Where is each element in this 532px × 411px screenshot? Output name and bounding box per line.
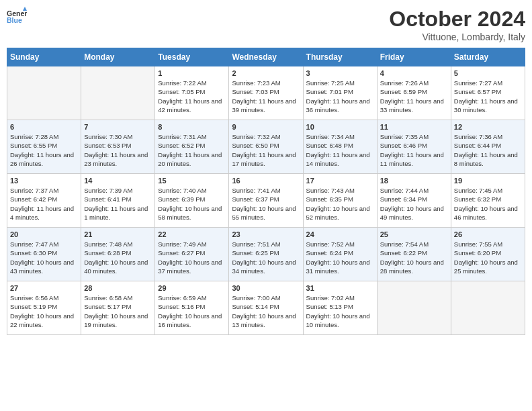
calendar-cell: 29Sunrise: 6:59 AMSunset: 5:16 PMDayligh…: [155, 281, 229, 335]
day-number: 27: [10, 284, 78, 292]
calendar-cell: 5Sunrise: 7:27 AMSunset: 6:57 PMDaylight…: [451, 66, 525, 120]
daylight: Daylight: 11 hours and 1 minute.: [84, 205, 148, 221]
calendar-cell: 27Sunrise: 6:56 AMSunset: 5:19 PMDayligh…: [7, 281, 81, 335]
day-number: 24: [306, 230, 374, 238]
sunset: Sunset: 6:24 PM: [306, 249, 353, 257]
sunset: Sunset: 6:57 PM: [454, 88, 501, 95]
day-info: Sunrise: 6:58 AMSunset: 5:17 PMDaylight:…: [84, 293, 152, 329]
daylight: Daylight: 10 hours and 13 minutes.: [232, 312, 296, 328]
calendar-cell: 31Sunrise: 7:02 AMSunset: 5:13 PMDayligh…: [303, 281, 377, 335]
calendar-week-row: 1Sunrise: 7:22 AMSunset: 7:05 PMDaylight…: [7, 66, 525, 120]
daylight: Daylight: 10 hours and 25 minutes.: [454, 259, 518, 275]
sunrise: Sunrise: 7:36 AM: [454, 133, 502, 140]
sunrise: Sunrise: 7:49 AM: [158, 240, 206, 248]
sunset: Sunset: 6:30 PM: [10, 249, 57, 257]
weekday-header: Tuesday: [155, 48, 229, 66]
calendar-cell: 10Sunrise: 7:34 AMSunset: 6:48 PMDayligh…: [303, 120, 377, 174]
calendar-cell: 11Sunrise: 7:35 AMSunset: 6:46 PMDayligh…: [377, 120, 451, 174]
day-info: Sunrise: 7:27 AMSunset: 6:57 PMDaylight:…: [454, 79, 522, 114]
calendar-table: SundayMondayTuesdayWednesdayThursdayFrid…: [7, 48, 525, 335]
day-number: 5: [454, 69, 522, 77]
sunrise: Sunrise: 7:26 AM: [380, 79, 429, 87]
day-number: 28: [84, 284, 152, 292]
daylight: Daylight: 10 hours and 46 minutes.: [454, 205, 518, 221]
day-number: 4: [380, 69, 448, 77]
day-number: 7: [84, 123, 152, 131]
daylight: Daylight: 10 hours and 34 minutes.: [232, 259, 296, 275]
sunset: Sunset: 6:48 PM: [306, 142, 353, 149]
daylight: Daylight: 11 hours and 20 minutes.: [158, 151, 222, 167]
day-info: Sunrise: 7:30 AMSunset: 6:53 PMDaylight:…: [84, 132, 152, 168]
calendar-cell: 4Sunrise: 7:26 AMSunset: 6:59 PMDaylight…: [377, 66, 451, 120]
calendar-cell: 13Sunrise: 7:37 AMSunset: 6:42 PMDayligh…: [7, 174, 81, 228]
calendar-cell: 12Sunrise: 7:36 AMSunset: 6:44 PMDayligh…: [451, 120, 525, 174]
sunrise: Sunrise: 7:41 AM: [232, 187, 280, 194]
day-info: Sunrise: 7:02 AMSunset: 5:13 PMDaylight:…: [306, 293, 374, 329]
daylight: Daylight: 10 hours and 16 minutes.: [158, 312, 222, 328]
calendar-cell: 2Sunrise: 7:23 AMSunset: 7:03 PMDaylight…: [229, 66, 303, 120]
daylight: Daylight: 10 hours and 40 minutes.: [84, 259, 148, 275]
sunset: Sunset: 6:46 PM: [380, 142, 427, 149]
sunset: Sunset: 6:35 PM: [306, 195, 353, 203]
day-info: Sunrise: 7:35 AMSunset: 6:46 PMDaylight:…: [380, 132, 448, 168]
day-info: Sunrise: 7:55 AMSunset: 6:20 PMDaylight:…: [454, 240, 522, 275]
sunset: Sunset: 5:13 PM: [306, 303, 353, 310]
day-number: 9: [232, 123, 300, 131]
day-number: 19: [454, 177, 522, 185]
logo-icon: General Blue: [7, 7, 27, 27]
daylight: Daylight: 11 hours and 30 minutes.: [454, 97, 518, 113]
day-number: 17: [306, 177, 374, 185]
weekday-header: Wednesday: [229, 48, 303, 66]
daylight: Daylight: 10 hours and 37 minutes.: [158, 259, 222, 275]
day-number: 26: [454, 230, 522, 238]
calendar-cell: 3Sunrise: 7:25 AMSunset: 7:01 PMDaylight…: [303, 66, 377, 120]
sunrise: Sunrise: 7:51 AM: [232, 240, 280, 248]
day-info: Sunrise: 7:22 AMSunset: 7:05 PMDaylight:…: [158, 79, 226, 114]
day-info: Sunrise: 7:43 AMSunset: 6:35 PMDaylight:…: [306, 186, 374, 222]
calendar-cell: 30Sunrise: 7:00 AMSunset: 5:14 PMDayligh…: [229, 281, 303, 335]
day-info: Sunrise: 7:39 AMSunset: 6:41 PMDaylight:…: [84, 186, 152, 222]
calendar-cell: 16Sunrise: 7:41 AMSunset: 6:37 PMDayligh…: [229, 174, 303, 228]
day-number: 15: [158, 177, 226, 185]
day-number: 30: [232, 284, 300, 292]
sunset: Sunset: 6:50 PM: [232, 142, 279, 149]
day-info: Sunrise: 7:37 AMSunset: 6:42 PMDaylight:…: [10, 186, 78, 222]
daylight: Daylight: 10 hours and 10 minutes.: [306, 312, 370, 328]
daylight: Daylight: 11 hours and 42 minutes.: [158, 97, 222, 113]
location: Vittuone, Lombardy, Italy: [389, 32, 525, 42]
daylight: Daylight: 11 hours and 17 minutes.: [232, 151, 296, 167]
calendar-cell: 7Sunrise: 7:30 AMSunset: 6:53 PMDaylight…: [81, 120, 155, 174]
day-number: 13: [10, 177, 78, 185]
day-number: 31: [306, 284, 374, 292]
daylight: Daylight: 11 hours and 4 minutes.: [10, 205, 74, 221]
sunset: Sunset: 7:01 PM: [306, 88, 353, 95]
weekday-header: Monday: [81, 48, 155, 66]
sunset: Sunset: 6:39 PM: [158, 195, 205, 203]
day-number: 25: [380, 230, 448, 238]
sunrise: Sunrise: 7:44 AM: [380, 187, 429, 194]
day-number: 6: [10, 123, 78, 131]
day-info: Sunrise: 7:00 AMSunset: 5:14 PMDaylight:…: [232, 293, 300, 329]
sunset: Sunset: 5:14 PM: [232, 303, 279, 310]
calendar-cell: 20Sunrise: 7:47 AMSunset: 6:30 PMDayligh…: [7, 228, 81, 281]
day-info: Sunrise: 7:52 AMSunset: 6:24 PMDaylight:…: [306, 240, 374, 275]
calendar-cell: 15Sunrise: 7:40 AMSunset: 6:39 PMDayligh…: [155, 174, 229, 228]
day-number: 22: [158, 230, 226, 238]
daylight: Daylight: 11 hours and 8 minutes.: [454, 151, 518, 167]
calendar-cell: 26Sunrise: 7:55 AMSunset: 6:20 PMDayligh…: [451, 228, 525, 281]
day-info: Sunrise: 6:59 AMSunset: 5:16 PMDaylight:…: [158, 293, 226, 329]
weekday-header: Thursday: [303, 48, 377, 66]
day-number: 29: [158, 284, 226, 292]
daylight: Daylight: 10 hours and 58 minutes.: [158, 205, 222, 221]
calendar-cell: 23Sunrise: 7:51 AMSunset: 6:25 PMDayligh…: [229, 228, 303, 281]
sunrise: Sunrise: 6:58 AM: [84, 294, 132, 302]
daylight: Daylight: 11 hours and 23 minutes.: [84, 151, 148, 167]
day-info: Sunrise: 7:25 AMSunset: 7:01 PMDaylight:…: [306, 79, 374, 114]
sunrise: Sunrise: 6:59 AM: [158, 294, 206, 302]
day-number: 8: [158, 123, 226, 131]
weekday-header: Saturday: [451, 48, 525, 66]
daylight: Daylight: 11 hours and 33 minutes.: [380, 97, 444, 113]
calendar-cell: [377, 281, 451, 335]
daylight: Daylight: 11 hours and 14 minutes.: [306, 151, 370, 167]
svg-text:Blue: Blue: [7, 16, 22, 24]
